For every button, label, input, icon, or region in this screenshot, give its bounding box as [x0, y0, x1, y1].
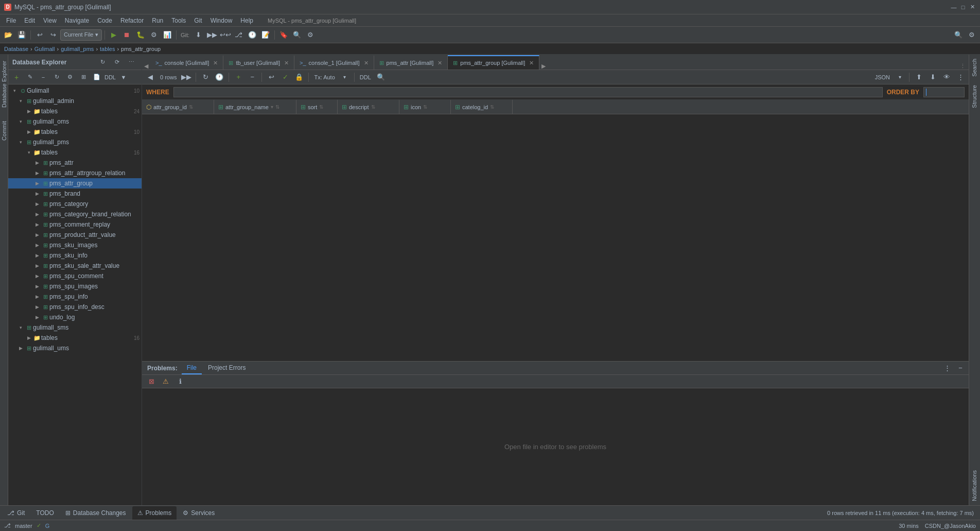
menu-window[interactable]: Window	[206, 16, 237, 25]
sidebar-refresh-button[interactable]: ↻	[96, 56, 109, 68]
stop-button[interactable]: ⏹	[121, 29, 133, 41]
col-sort-attr-group-name[interactable]: ⇅	[275, 104, 279, 110]
tab-close-pms-attr[interactable]: ✕	[437, 60, 442, 66]
settings-button[interactable]: ⚙	[304, 29, 317, 41]
menu-help[interactable]: Help	[236, 16, 257, 25]
git-history-button[interactable]: 🕐	[246, 29, 258, 41]
tree-item-undo-log[interactable]: ▶ ⊞ undo_log	[8, 312, 142, 322]
git-revert-button[interactable]: ↩↩	[219, 29, 232, 41]
title-bar-controls[interactable]: — □ ✕	[950, 4, 976, 11]
qt-tx-dropdown[interactable]: ▾	[339, 71, 351, 83]
tree-item-pms-sku-info[interactable]: ▶ ⊞ pms_sku_info	[8, 250, 142, 261]
orderby-input[interactable]	[926, 89, 962, 96]
tab-console-1[interactable]: >_ console_1 [Gulimall] ✕	[294, 55, 374, 70]
bt-services[interactable]: ⚙ Services	[178, 506, 220, 520]
qt-export-button[interactable]: ⬆	[913, 71, 925, 83]
tab-close-pms-attr-group[interactable]: ✕	[529, 60, 534, 66]
open-file-button[interactable]: 📂	[2, 29, 14, 41]
sidebar-edit-button[interactable]: ✎	[24, 71, 36, 83]
qt-import-button[interactable]: ⬇	[926, 71, 939, 83]
col-sort-sort[interactable]: ⇅	[319, 104, 323, 110]
info-filter-button[interactable]: ℹ	[174, 375, 186, 388]
menu-refactor[interactable]: Refactor	[116, 16, 148, 25]
menu-tools[interactable]: Tools	[167, 16, 190, 25]
menu-run[interactable]: Run	[148, 16, 167, 25]
sidebar-refresh2-button[interactable]: ↻	[50, 71, 63, 83]
commit-tab[interactable]: Commit	[0, 117, 8, 145]
breadcrumb-gulimall[interactable]: Gulimall	[34, 46, 55, 52]
run-button[interactable]: ▶	[108, 29, 120, 41]
tree-item-pms-spu-images[interactable]: ▶ ⊞ pms_spu_images	[8, 281, 142, 292]
tab-project-errors[interactable]: Project Errors	[203, 362, 251, 374]
menu-navigate[interactable]: Navigate	[61, 16, 93, 25]
bt-problems[interactable]: ⚠ Problems	[132, 506, 177, 520]
tree-item-pms-product-attr-value[interactable]: ▶ ⊞ pms_product_attr_value	[8, 230, 142, 240]
far-right-tab-search[interactable]: Search	[969, 55, 980, 81]
far-right-tab-structure[interactable]: Structure	[969, 81, 980, 112]
sidebar-more-button[interactable]: ⋯	[125, 56, 137, 68]
tab-tb-user[interactable]: ⊞ tb_user [Gulimall] ✕	[223, 55, 294, 70]
tree-item-tables-admin[interactable]: ▶ 📁 tables 24	[8, 106, 142, 116]
bt-todo[interactable]: TODO	[31, 506, 59, 520]
tab-file[interactable]: File	[182, 362, 202, 374]
tree-item-gulimall-oms[interactable]: ▾ ⊞ gulimall_oms	[8, 116, 142, 127]
menu-git[interactable]: Git	[190, 16, 206, 25]
breadcrumb-database[interactable]: Database	[4, 46, 28, 52]
tree-item-pms-category[interactable]: ▶ ⊞ pms_category	[8, 199, 142, 209]
tree-item-pms-attr-group[interactable]: ▶ ⊞ pms_attr_group	[8, 178, 142, 189]
tree-item-gulimall-sms[interactable]: ▾ ⊞ gulimall_sms	[8, 322, 142, 333]
tree-item-pms-spu-comment[interactable]: ▶ ⊞ pms_spu_comment	[8, 271, 142, 281]
tab-console[interactable]: >_ console [Gulimall] ✕	[150, 55, 223, 70]
qt-submit-button[interactable]: ✓	[279, 71, 291, 83]
search-button-right[interactable]: 🔍	[952, 29, 965, 41]
git-annotate-button[interactable]: 📝	[259, 29, 272, 41]
sidebar-sync-button[interactable]: ⟳	[111, 56, 123, 68]
qt-revert-button[interactable]: ↩	[265, 71, 277, 83]
warnings-filter-button[interactable]: ⚠	[160, 375, 172, 388]
qt-history-button[interactable]: 🕐	[213, 71, 225, 83]
qt-add-button[interactable]: +	[232, 71, 244, 83]
tree-item-gulimall-ums[interactable]: ▶ ⊞ gulimall_ums	[8, 343, 142, 353]
git-branch-button[interactable]: ⎇	[233, 29, 245, 41]
tabs-prev-button[interactable]: ◀	[142, 63, 150, 70]
tree-item-pms-brand[interactable]: ▶ ⊞ pms_brand	[8, 189, 142, 199]
qt-nav-next[interactable]: ▶▶	[180, 71, 192, 83]
qt-ddl-button[interactable]: DDL	[358, 74, 373, 80]
bottom-panel-close-button[interactable]: −	[954, 362, 967, 374]
col-sort-icon[interactable]: ⇅	[423, 104, 427, 110]
errors-filter-button[interactable]: ⊠	[145, 375, 157, 388]
tabs-more-button[interactable]: ⋮	[957, 63, 969, 70]
breadcrumb-tables[interactable]: tables	[100, 46, 115, 52]
tree-item-pms-spu-info-desc[interactable]: ▶ ⊞ pms_spu_info_desc	[8, 302, 142, 312]
tab-close-tb-user[interactable]: ✕	[284, 60, 289, 66]
tree-item-pms-comment-replay[interactable]: ▶ ⊞ pms_comment_replay	[8, 219, 142, 230]
tree-item-pms-spu-info[interactable]: ▶ ⊞ pms_spu_info	[8, 292, 142, 302]
col-sort-attr-group-id[interactable]: ⇅	[189, 104, 193, 110]
database-explorer-tab[interactable]: Database Explorer	[0, 57, 8, 112]
menu-view[interactable]: View	[39, 16, 61, 25]
tab-close-console[interactable]: ✕	[213, 60, 218, 66]
sidebar-filter-button[interactable]: ▼	[117, 71, 130, 83]
qt-search-button[interactable]: 🔍	[375, 71, 387, 83]
redo-button[interactable]: ↪	[47, 29, 59, 41]
qt-lock-button[interactable]: 🔒	[293, 71, 305, 83]
sidebar-obj-button[interactable]: 📄	[91, 71, 103, 83]
col-sort-descript[interactable]: ⇅	[371, 104, 375, 110]
tab-close-console-1[interactable]: ✕	[364, 60, 369, 66]
bt-git[interactable]: ⎇ Git	[2, 506, 30, 520]
bookmark-button[interactable]: 🔖	[277, 29, 290, 41]
sidebar-schema-button[interactable]: ⊞	[77, 71, 90, 83]
breadcrumb-schema[interactable]: gulimall_pms	[61, 46, 94, 52]
menu-file[interactable]: File	[2, 16, 20, 25]
where-input[interactable]	[176, 89, 880, 96]
qt-nav-prev[interactable]: ◀	[144, 71, 156, 83]
qt-minus-button[interactable]: −	[246, 71, 258, 83]
maximize-button[interactable]: □	[959, 4, 967, 11]
sidebar-ddl-label[interactable]: DDL	[104, 71, 116, 83]
tree-item-tables-oms[interactable]: ▶ 📁 tables 10	[8, 127, 142, 137]
coverage-button[interactable]: ⚙	[148, 29, 160, 41]
profile-button[interactable]: 📊	[161, 29, 173, 41]
bt-db-changes[interactable]: ⊞ Database Changes	[60, 506, 131, 520]
qt-view-button[interactable]: 👁	[940, 71, 953, 83]
qt-more-button[interactable]: ⋮	[954, 71, 967, 83]
